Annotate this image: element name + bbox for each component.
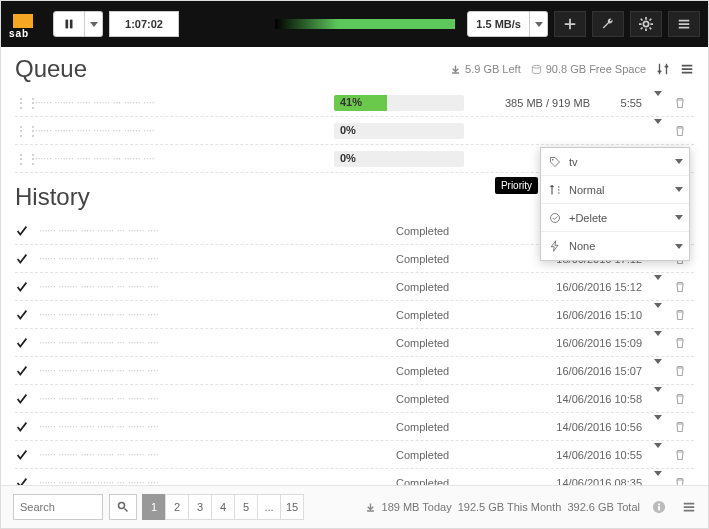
history-item-name: ······ ······· ····· ······ ··· ······ ·… bbox=[39, 253, 390, 264]
bolt-icon bbox=[547, 240, 563, 252]
settings-button[interactable] bbox=[592, 11, 624, 37]
priority-select[interactable]: Normal bbox=[569, 184, 669, 196]
progress-bar: 41% bbox=[334, 95, 464, 111]
trash-icon bbox=[674, 477, 686, 486]
speed-dropdown[interactable] bbox=[530, 11, 548, 37]
caret-down-icon bbox=[675, 244, 683, 249]
history-status: Completed bbox=[396, 309, 516, 321]
caret-down-icon bbox=[535, 22, 543, 27]
history-item-name: ······ ······· ····· ······ ··· ······ ·… bbox=[39, 365, 390, 376]
expand-button[interactable] bbox=[648, 124, 668, 138]
category-select[interactable]: tv bbox=[569, 156, 669, 168]
grip-icon[interactable]: ⋮⋮ bbox=[15, 96, 29, 110]
queue-size: 385 MB / 919 MB bbox=[470, 97, 590, 109]
delete-button[interactable] bbox=[674, 97, 694, 109]
history-date: 16/06/2016 15:12 bbox=[522, 281, 642, 293]
trash-icon bbox=[674, 337, 686, 349]
page-button[interactable]: 2 bbox=[165, 494, 189, 520]
search-button[interactable] bbox=[109, 494, 137, 520]
popup-pp-row[interactable]: +Delete bbox=[541, 204, 689, 232]
history-item-name: ······ ······· ····· ······ ··· ······ ·… bbox=[39, 337, 390, 348]
page-button[interactable]: 15 bbox=[280, 494, 304, 520]
expand-button[interactable] bbox=[648, 420, 668, 434]
svg-rect-0 bbox=[66, 20, 69, 29]
svg-point-6 bbox=[119, 503, 125, 509]
expand-button[interactable] bbox=[648, 392, 668, 406]
script-select[interactable]: None bbox=[569, 240, 669, 252]
pp-select[interactable]: +Delete bbox=[569, 212, 669, 224]
speed-value: 1.5 MB/s bbox=[467, 11, 530, 37]
free-space-text: 90.8 GB Free Space bbox=[546, 63, 646, 75]
footer: 12345...15 189 MB Today 192.5 GB This Mo… bbox=[1, 485, 708, 528]
check-icon bbox=[15, 280, 33, 294]
page-button[interactable]: 4 bbox=[211, 494, 235, 520]
popup-priority-row[interactable]: Normal bbox=[541, 176, 689, 204]
check-icon bbox=[15, 308, 33, 322]
delete-button[interactable] bbox=[674, 309, 694, 321]
sort-button[interactable] bbox=[656, 62, 670, 76]
queue-title: Queue bbox=[15, 55, 450, 83]
queue-menu-button[interactable] bbox=[680, 62, 694, 76]
speed-group: 1.5 MB/s bbox=[467, 11, 548, 37]
expand-button[interactable] bbox=[648, 364, 668, 378]
delete-button[interactable] bbox=[674, 393, 694, 405]
pause-dropdown[interactable] bbox=[85, 11, 103, 37]
search-input[interactable] bbox=[13, 494, 103, 520]
page-button[interactable]: 5 bbox=[234, 494, 258, 520]
app-window: sab 1:07:02 1.5 MB/s Qu bbox=[0, 0, 709, 529]
queue-free-space: 90.8 GB Free Space bbox=[531, 63, 646, 75]
add-button[interactable] bbox=[554, 11, 586, 37]
history-date: 16/06/2016 15:07 bbox=[522, 365, 642, 377]
grip-icon[interactable]: ⋮⋮ bbox=[15, 124, 29, 138]
check-icon bbox=[15, 448, 33, 462]
history-status: Completed bbox=[396, 477, 516, 486]
delete-button[interactable] bbox=[674, 449, 694, 461]
pause-button[interactable] bbox=[53, 11, 85, 37]
popup-category-row[interactable]: tv bbox=[541, 148, 689, 176]
history-item-name: ······ ······· ····· ······ ··· ······ ·… bbox=[39, 281, 390, 292]
wrench-icon bbox=[601, 17, 615, 31]
search-icon bbox=[117, 501, 129, 513]
sort-icon bbox=[656, 62, 670, 76]
config-button[interactable] bbox=[630, 11, 662, 37]
history-row: ······ ······· ····· ······ ··· ······ ·… bbox=[15, 329, 694, 357]
progress-bar: 0% bbox=[334, 123, 464, 139]
delete-button[interactable] bbox=[674, 365, 694, 377]
expand-button[interactable] bbox=[648, 280, 668, 294]
info-button[interactable] bbox=[652, 500, 666, 514]
delete-button[interactable] bbox=[674, 421, 694, 433]
priority-tooltip: Priority bbox=[495, 177, 538, 194]
gear-icon bbox=[639, 17, 653, 31]
trash-icon bbox=[674, 281, 686, 293]
expand-button[interactable] bbox=[648, 336, 668, 350]
content: Queue 5.9 GB Left 90.8 GB Free Space ⋮⋮ … bbox=[1, 47, 708, 485]
delete-button[interactable] bbox=[674, 281, 694, 293]
footer-menu-button[interactable] bbox=[682, 500, 696, 514]
menu-button[interactable] bbox=[668, 11, 700, 37]
page-button[interactable]: 3 bbox=[188, 494, 212, 520]
svg-rect-8 bbox=[658, 506, 660, 510]
progress-label: 41% bbox=[340, 96, 362, 108]
logo-text: sab bbox=[9, 28, 47, 39]
expand-button[interactable] bbox=[648, 96, 668, 110]
history-date: 14/06/2016 10:55 bbox=[522, 449, 642, 461]
topbar: sab 1:07:02 1.5 MB/s bbox=[1, 1, 708, 47]
history-date: 16/06/2016 15:09 bbox=[522, 337, 642, 349]
expand-button[interactable] bbox=[648, 308, 668, 322]
page-button[interactable]: 1 bbox=[142, 494, 166, 520]
queue-item-name: ······ ······· ····· ······ ··· ······ ·… bbox=[35, 153, 328, 164]
info-icon bbox=[652, 500, 666, 514]
history-item-name: ······ ······· ····· ······ ··· ······ ·… bbox=[39, 449, 390, 460]
expand-button[interactable] bbox=[648, 448, 668, 462]
queue-item-name: ······ ······· ····· ······ ··· ······ ·… bbox=[35, 97, 328, 108]
delete-button[interactable] bbox=[674, 125, 694, 137]
check-icon bbox=[15, 252, 33, 266]
popup-script-row[interactable]: None bbox=[541, 232, 689, 260]
delete-button[interactable] bbox=[674, 477, 694, 486]
page-button[interactable]: ... bbox=[257, 494, 281, 520]
pause-group bbox=[53, 11, 103, 37]
delete-button[interactable] bbox=[674, 337, 694, 349]
expand-button[interactable] bbox=[648, 476, 668, 486]
trash-icon bbox=[674, 421, 686, 433]
grip-icon[interactable]: ⋮⋮ bbox=[15, 152, 29, 166]
